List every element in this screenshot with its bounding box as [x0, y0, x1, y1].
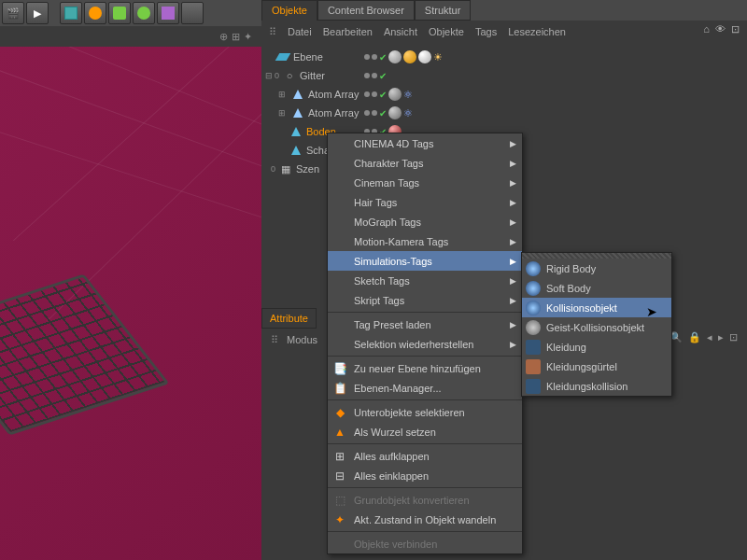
material-tag-icon[interactable]	[403, 50, 416, 63]
menu-sketch-tags[interactable]: Sketch Tags▶	[328, 271, 522, 290]
atom-icon	[291, 106, 304, 119]
lock-icon[interactable]: 🔒	[688, 331, 701, 343]
submenu-kleidungskollision[interactable]: Kleidungskollision	[522, 376, 671, 396]
menu-motion-kamera-tags[interactable]: Motion-Kamera Tags▶	[328, 231, 522, 251]
tool-blank-icon[interactable]	[181, 2, 204, 24]
tool-spiral-icon[interactable]	[84, 2, 106, 24]
nav-left-icon[interactable]: ◂	[707, 331, 712, 343]
scene-icon: ▦	[279, 162, 292, 175]
tool-deformer-icon[interactable]	[108, 2, 131, 24]
menu-objects[interactable]: Objekte	[429, 26, 464, 38]
tab-attribute[interactable]: Attribute	[261, 308, 317, 329]
dynamics-tag-icon[interactable]: ⚛	[403, 89, 413, 101]
tool-gear-icon[interactable]	[133, 2, 155, 24]
menu-cinema4d-tags[interactable]: CINEMA 4D Tags▶	[328, 133, 522, 153]
tool-cube3-icon[interactable]	[157, 2, 179, 24]
menu-einklappen[interactable]: ⊟Alles einklappen	[328, 466, 522, 485]
dynamics-tag-icon[interactable]: ⚛	[403, 107, 413, 119]
cloth-collider-icon	[526, 379, 541, 394]
menu-handle-icon[interactable]: ⠿	[269, 26, 276, 38]
plane-icon	[276, 50, 289, 63]
tab-content-browser[interactable]: Content Browser	[317, 0, 415, 21]
menu-neue-ebene[interactable]: 📑Zu neuer Ebene hinzufügen	[328, 358, 522, 378]
axis-icon[interactable]: ✦	[244, 31, 252, 43]
material-tag-icon[interactable]	[418, 50, 431, 63]
menu-ebenen-manager[interactable]: 📋Ebenen-Manager...	[328, 378, 522, 398]
tags-context-menu: CINEMA 4D Tags▶ Charakter Tags▶ Cineman …	[327, 133, 523, 554]
tree-label: Ebene	[293, 51, 323, 63]
simulations-tags-submenu: Rigid Body Soft Body Kollisionsobjekt Ge…	[521, 252, 672, 397]
axis-icon[interactable]: ⊕	[219, 31, 228, 43]
submenu-kleidungsguertel[interactable]: Kleidungsgürtel	[522, 357, 671, 376]
cone-icon	[289, 144, 303, 157]
layer-add-icon: 📑	[332, 361, 347, 376]
atom-icon	[291, 88, 304, 101]
submenu-geist-kollision[interactable]: Geist-Kollisionsobjekt	[522, 317, 671, 337]
menu-simulations-tags[interactable]: Simulations-Tags▶	[328, 251, 522, 271]
material-tag-icon[interactable]	[388, 50, 402, 63]
material-tag-icon[interactable]	[388, 88, 402, 101]
menu-charakter-tags[interactable]: Charakter Tags▶	[328, 153, 522, 173]
menu-grundobjekt: ⬚Grundobjekt konvertieren	[328, 490, 522, 510]
expand-icon[interactable]: ⊡	[731, 23, 740, 35]
menu-wurzel[interactable]: ▲Als Wurzel setzen	[328, 422, 522, 441]
menu-skript-tags[interactable]: Skript Tags▶	[328, 290, 522, 310]
menu-file[interactable]: Datei	[288, 26, 312, 38]
grid-object	[0, 273, 169, 435]
cone-icon	[289, 125, 303, 138]
tree-item-gitter[interactable]: ⊟0 ○ Gitter ✔	[261, 66, 747, 85]
rigid-body-icon	[526, 261, 541, 276]
ghost-collider-icon	[526, 320, 541, 335]
expand-icon[interactable]: ⊡	[729, 331, 738, 343]
cloth-belt-icon	[526, 359, 541, 374]
tool-director-icon[interactable]: 🎬	[2, 2, 24, 24]
tree-label: Atom Array	[308, 107, 359, 119]
submenu-kollisionsobjekt[interactable]: Kollisionsobjekt	[522, 298, 671, 317]
menu-tag-preset-laden[interactable]: Tag Preset laden▶	[328, 315, 522, 334]
menu-zustand-wandeln[interactable]: ✦Akt. Zustand in Objekt wandeln	[328, 510, 522, 529]
submenu-kleidung[interactable]: Kleidung	[522, 337, 671, 357]
tree-label: Szen	[296, 163, 319, 175]
tab-structure[interactable]: Struktur	[415, 0, 472, 21]
menu-bookmarks[interactable]: Lesezeichen	[508, 26, 566, 38]
menu-hair-tags[interactable]: Hair Tags▶	[328, 192, 522, 212]
menu-verbinden: Objekte verbinden	[328, 534, 522, 553]
material-tag-icon[interactable]	[388, 106, 402, 119]
menu-edit[interactable]: Bearbeiten	[323, 26, 373, 38]
state-icon: ✦	[332, 512, 347, 527]
menu-view[interactable]: Ansicht	[384, 26, 417, 38]
menu-handle-icon[interactable]: ⠿	[271, 334, 278, 345]
root-icon: ▲	[332, 425, 347, 440]
cloth-icon	[526, 340, 541, 355]
null-icon: ○	[283, 69, 296, 82]
perspective-viewport[interactable]	[0, 47, 261, 560]
sun-tag-icon[interactable]: ☀	[433, 51, 443, 63]
menu-selektion-wiederherstellen[interactable]: Selektion wiederherstellen▶	[328, 334, 522, 354]
layer-manager-icon: 📋	[332, 381, 347, 396]
tool-cube-icon[interactable]	[60, 2, 82, 24]
tab-objects[interactable]: Objekte	[261, 0, 317, 21]
expand-all-icon: ⊞	[332, 449, 347, 464]
tool-clip-icon[interactable]: ▶	[26, 2, 49, 24]
tree-label: Atom Array	[308, 89, 359, 100]
tree-item-atom1[interactable]: ⊞ Atom Array ✔ ⚛	[261, 85, 747, 104]
submenu-rigid-body[interactable]: Rigid Body	[522, 259, 671, 278]
axis-icon[interactable]: ⊞	[232, 31, 240, 43]
menu-aufklappen[interactable]: ⊞Alles aufklappen	[328, 446, 522, 466]
object-menubar: ⠿ Datei Bearbeiten Ansicht Objekte Tags …	[261, 21, 747, 44]
menu-unterobjekte[interactable]: ◆Unterobjekte selektieren	[328, 402, 522, 422]
soft-body-icon	[526, 281, 541, 296]
tree-item-atom2[interactable]: ⊞ Atom Array ✔ ⚛	[261, 104, 747, 122]
tree-item-ebene[interactable]: Ebene ✔ ☀	[261, 48, 747, 66]
nav-right-icon[interactable]: ▸	[718, 331, 724, 343]
mode-label[interactable]: Modus	[287, 334, 317, 345]
eye-icon[interactable]: 👁	[715, 23, 726, 35]
home-icon[interactable]: ⌂	[703, 23, 710, 35]
panel-tabs: Objekte Content Browser Struktur	[261, 0, 747, 21]
menu-mograph-tags[interactable]: MoGraph Tags▶	[328, 212, 522, 231]
tree-label: Gitter	[300, 70, 325, 81]
submenu-soft-body[interactable]: Soft Body	[522, 278, 671, 298]
collider-icon	[526, 301, 541, 315]
menu-tags[interactable]: Tags	[475, 26, 497, 38]
menu-cineman-tags[interactable]: Cineman Tags▶	[328, 173, 522, 192]
